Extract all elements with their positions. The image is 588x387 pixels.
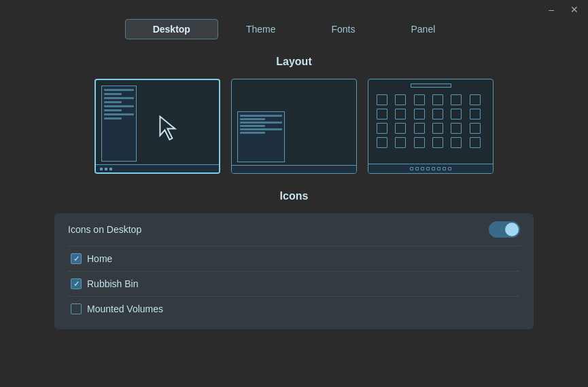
bottom-dot — [432, 167, 435, 170]
grid-item — [414, 123, 425, 134]
bottom-dot — [421, 167, 424, 170]
tab-fonts[interactable]: Fonts — [303, 19, 383, 39]
grid-item — [470, 109, 481, 119]
grid-item — [451, 109, 462, 119]
grid-item — [432, 94, 443, 105]
grid-item — [395, 109, 406, 119]
rubbish-bin-label: Rubbish Bin — [87, 278, 139, 289]
icons-toggle-row: Icons on Desktop — [68, 221, 520, 246]
layout2-panel — [237, 111, 285, 162]
layout-section: Layout — [0, 56, 588, 174]
bottom-dot — [415, 167, 419, 170]
grid-item — [395, 137, 406, 148]
panel-line — [240, 118, 265, 120]
panel-line — [104, 89, 134, 91]
rubbish-bin-checkbox[interactable] — [71, 278, 82, 289]
grid-item — [432, 137, 443, 148]
home-label: Home — [87, 253, 112, 264]
panel-line — [240, 125, 265, 127]
panel-line — [104, 93, 122, 95]
layout-title: Layout — [16, 56, 572, 68]
mounted-volumes-label: Mounted Volumes — [87, 303, 163, 314]
layout1-taskbar — [96, 164, 219, 172]
panel-line — [240, 132, 265, 134]
grid-item — [414, 137, 425, 148]
layout-options — [16, 79, 572, 174]
icons-section-title: Icons — [54, 190, 534, 202]
grid-item — [470, 137, 481, 148]
grid-item — [414, 109, 425, 119]
panel-line — [240, 122, 282, 124]
layout-option-1[interactable] — [94, 79, 220, 174]
tab-desktop[interactable]: Desktop — [125, 19, 218, 39]
toggle-knob — [505, 223, 519, 236]
home-checkbox-row: Home — [68, 246, 520, 272]
grid-item — [451, 137, 462, 148]
layout-option-3[interactable] — [368, 79, 494, 174]
grid-item — [432, 123, 443, 134]
layout1-panel — [101, 86, 137, 162]
grid-item — [451, 123, 462, 134]
cursor-icon — [157, 115, 179, 143]
taskbar-dot — [105, 168, 107, 170]
panel-line — [240, 128, 282, 130]
layout3-grid — [377, 94, 485, 148]
bottom-dot — [437, 167, 440, 170]
grid-item — [395, 123, 406, 134]
tab-theme[interactable]: Theme — [218, 19, 304, 39]
minimize-button[interactable]: – — [544, 3, 558, 16]
tab-bar: Desktop Theme Fonts Panel — [0, 19, 588, 39]
icons-card: Icons on Desktop Home Rubbish Bin Mounte… — [54, 213, 534, 329]
grid-item — [414, 94, 425, 105]
icons-on-desktop-label: Icons on Desktop — [68, 224, 141, 235]
layout3-topbar — [411, 84, 451, 88]
layout-option-2[interactable] — [231, 79, 357, 174]
panel-line — [240, 115, 282, 117]
panel-line — [104, 105, 134, 107]
home-checkbox[interactable] — [71, 253, 82, 264]
bottom-dot — [448, 167, 451, 170]
panel-line — [104, 97, 134, 99]
bottom-dot — [443, 167, 446, 170]
panel-line — [104, 117, 122, 119]
grid-item — [377, 137, 387, 148]
grid-item — [470, 123, 481, 134]
icons-on-desktop-toggle[interactable] — [489, 221, 520, 238]
close-button[interactable]: ✕ — [566, 3, 583, 16]
panel-line — [104, 109, 122, 111]
rubbish-bin-checkbox-row: Rubbish Bin — [68, 272, 520, 297]
panel-line — [104, 113, 134, 115]
titlebar: – ✕ — [0, 0, 588, 19]
grid-item — [470, 94, 481, 105]
grid-item — [395, 94, 406, 105]
grid-item — [377, 123, 387, 134]
mounted-volumes-checkbox[interactable] — [71, 303, 82, 314]
panel-line — [104, 101, 122, 103]
bottom-dot — [410, 167, 413, 170]
grid-item — [432, 109, 443, 119]
grid-item — [451, 94, 462, 105]
grid-item — [377, 109, 387, 119]
grid-item — [377, 94, 387, 105]
tab-panel[interactable]: Panel — [383, 19, 464, 39]
taskbar-dot — [100, 168, 103, 170]
layout2-taskbar — [232, 165, 356, 173]
bottom-dot — [426, 167, 430, 170]
taskbar-dot — [109, 168, 112, 170]
icons-section: Icons Icons on Desktop Home Rubbish Bin … — [0, 190, 588, 329]
layout3-bottombar — [368, 164, 493, 173]
mounted-volumes-checkbox-row: Mounted Volumes — [68, 297, 520, 321]
